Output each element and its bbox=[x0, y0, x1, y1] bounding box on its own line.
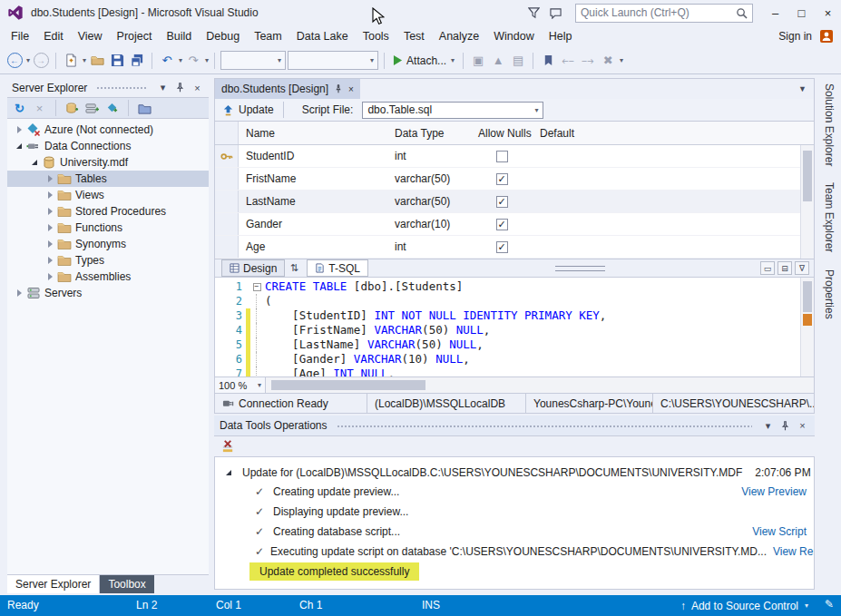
grid-row-studentid[interactable]: StudentID int bbox=[215, 145, 814, 168]
menu-project[interactable]: Project bbox=[110, 27, 160, 45]
collapsed-twisty-icon[interactable] bbox=[44, 208, 56, 215]
data-tools-header[interactable]: Data Tools Operations ▾ × bbox=[214, 416, 815, 435]
fold-collapse-icon[interactable]: − bbox=[250, 279, 263, 294]
minimize-button[interactable]: – bbox=[762, 1, 788, 24]
save-all-icon[interactable] bbox=[128, 51, 146, 71]
connect-to-server-icon[interactable] bbox=[84, 101, 100, 116]
expanded-twisty-icon[interactable] bbox=[28, 160, 41, 165]
collapse-pane-icon[interactable]: ∇ bbox=[795, 261, 809, 275]
menu-build[interactable]: Build bbox=[159, 27, 199, 45]
platform-combobox[interactable]: ▾ bbox=[288, 51, 378, 70]
maximize-pane-icon[interactable]: ▭ bbox=[760, 261, 775, 275]
split-horizontal-icon[interactable]: ⊟ bbox=[777, 261, 792, 275]
menu-file[interactable]: File bbox=[4, 27, 36, 45]
collapsed-twisty-icon[interactable] bbox=[13, 289, 25, 297]
menu-team[interactable]: Team bbox=[247, 27, 289, 45]
cell-name[interactable]: Gander bbox=[239, 218, 387, 230]
sign-in-link[interactable]: Sign in bbox=[778, 30, 812, 43]
save-icon[interactable] bbox=[108, 51, 126, 71]
connect-to-azure-icon[interactable] bbox=[104, 101, 120, 116]
document-list-dropdown-icon[interactable]: ▼ bbox=[798, 84, 814, 93]
script-file-combobox[interactable]: dbo.Table.sql ▾ bbox=[362, 102, 543, 119]
menu-test[interactable]: Test bbox=[396, 27, 432, 45]
menu-view[interactable]: View bbox=[71, 27, 110, 45]
cell-data-type[interactable]: varchar(10) bbox=[387, 218, 471, 230]
tsql-editor[interactable]: 1 − CREATE TABLE [dbo].[Students] 2 ( 3 … bbox=[215, 278, 814, 376]
new-project-icon[interactable] bbox=[62, 51, 80, 71]
clear-bookmarks-icon[interactable]: ✖ bbox=[599, 51, 617, 71]
stop-refresh-icon[interactable]: × bbox=[32, 101, 47, 116]
right-tab-team-explorer[interactable]: Team Explorer bbox=[823, 182, 836, 252]
cell-name[interactable]: LastName bbox=[239, 195, 387, 208]
expanded-twisty-icon[interactable] bbox=[13, 143, 25, 149]
allow-nulls-checkbox[interactable] bbox=[496, 151, 508, 162]
configuration-combobox[interactable]: ▾ bbox=[220, 51, 286, 70]
tab-close-icon[interactable]: × bbox=[348, 84, 354, 94]
tree-item-functions[interactable]: Functions bbox=[7, 220, 209, 236]
navigate-back-icon[interactable]: ← bbox=[5, 51, 24, 71]
menu-window[interactable]: Window bbox=[486, 27, 541, 45]
zoom-combobox[interactable]: 100 % ▾ bbox=[215, 377, 266, 393]
close-panel-icon[interactable]: × bbox=[796, 419, 809, 432]
feedback-pen-icon[interactable]: ✎ bbox=[825, 598, 834, 611]
cell-name[interactable]: FristName bbox=[239, 172, 387, 185]
maximize-button[interactable]: □ bbox=[788, 1, 815, 24]
tree-item-azure-not-connected[interactable]: Azure (Not connected) bbox=[7, 122, 209, 138]
right-tab-solution-explorer[interactable]: Solution Explorer bbox=[823, 83, 836, 166]
open-file-icon[interactable] bbox=[88, 51, 106, 71]
collapsed-twisty-icon[interactable] bbox=[13, 126, 25, 133]
collapsed-twisty-icon[interactable] bbox=[44, 191, 56, 199]
column-header-name[interactable]: Name bbox=[239, 127, 387, 140]
allow-nulls-checkbox[interactable]: ✓ bbox=[496, 196, 508, 208]
tab-tsql[interactable]: T-SQL bbox=[307, 259, 368, 277]
attach-button[interactable]: Attach... ▾ bbox=[390, 54, 457, 67]
bottom-tab-server-explorer[interactable]: Server Explorer bbox=[7, 575, 100, 593]
collapsed-twisty-icon[interactable] bbox=[44, 273, 56, 280]
cell-data-type[interactable]: varchar(50) bbox=[387, 172, 471, 185]
tree-item-data-connections[interactable]: Data Connections bbox=[7, 138, 209, 154]
tree-item-types[interactable]: Types bbox=[7, 252, 209, 269]
previous-bookmark-icon[interactable]: ⤌ bbox=[559, 51, 577, 71]
bookmark-icon[interactable] bbox=[539, 51, 557, 71]
navigate-forward-icon[interactable]: → bbox=[32, 51, 50, 71]
menu-debug[interactable]: Debug bbox=[199, 27, 247, 45]
grid-row-gander[interactable]: Gander varchar(10) ✓ bbox=[215, 213, 814, 236]
bottom-tab-toolbox[interactable]: Toolbox bbox=[100, 575, 153, 593]
tree-item-tables[interactable]: Tables bbox=[7, 171, 209, 187]
document-tab[interactable]: dbo.Students [Design] × bbox=[215, 79, 360, 99]
menu-help[interactable]: Help bbox=[542, 27, 580, 45]
menu-analyze[interactable]: Analyze bbox=[432, 27, 486, 45]
pin-icon[interactable] bbox=[778, 419, 792, 432]
operation-header[interactable]: Update for (LocalDB)\MSSQLLocalDB.C:\USE… bbox=[226, 464, 807, 482]
update-button[interactable]: Update bbox=[222, 103, 274, 116]
quick-launch-search[interactable]: Quick Launch (Ctrl+Q) bbox=[575, 4, 753, 23]
clear-completed-operations-icon[interactable] bbox=[220, 439, 236, 455]
collapsed-twisty-icon[interactable] bbox=[44, 175, 56, 182]
redo-icon[interactable]: ↷ bbox=[184, 51, 202, 71]
tree-item-servers[interactable]: Servers bbox=[7, 285, 209, 301]
swap-panes-icon[interactable]: ⇅ bbox=[285, 262, 303, 274]
redo-dropdown-icon[interactable]: ▾ bbox=[205, 56, 209, 64]
menu-data-lake[interactable]: Data Lake bbox=[289, 27, 356, 45]
column-header-default[interactable]: Default bbox=[533, 127, 585, 140]
editor-horizontal-scrollbar[interactable] bbox=[266, 377, 814, 393]
tree-item-university-mdf[interactable]: University.mdf bbox=[7, 154, 209, 171]
navigate-back-dropdown-icon[interactable]: ▾ bbox=[26, 56, 30, 64]
show-folders-icon[interactable] bbox=[137, 101, 152, 116]
cell-data-type[interactable]: varchar(50) bbox=[387, 195, 471, 208]
window-position-icon[interactable]: ▾ bbox=[761, 419, 775, 432]
column-header-data-type[interactable]: Data Type bbox=[387, 127, 471, 140]
refresh-icon[interactable]: ↻ bbox=[12, 101, 27, 116]
tab-pin-icon[interactable] bbox=[334, 84, 343, 93]
tree-item-assemblies[interactable]: Assemblies bbox=[7, 269, 209, 285]
allow-nulls-checkbox[interactable]: ✓ bbox=[496, 241, 508, 253]
view-results-link[interactable]: View Results bbox=[773, 545, 815, 558]
server-explorer-header[interactable]: Server Explorer ▾ × bbox=[7, 78, 209, 97]
preview-changes-icon[interactable]: ▣ bbox=[469, 51, 487, 71]
cell-data-type[interactable]: int bbox=[387, 150, 471, 162]
editor-vertical-scrollbar[interactable] bbox=[800, 278, 814, 376]
view-script-link[interactable]: View Script bbox=[752, 525, 807, 538]
connect-to-database-icon[interactable] bbox=[64, 101, 80, 116]
close-panel-icon[interactable]: × bbox=[191, 82, 204, 94]
collapsed-twisty-icon[interactable] bbox=[44, 224, 56, 231]
